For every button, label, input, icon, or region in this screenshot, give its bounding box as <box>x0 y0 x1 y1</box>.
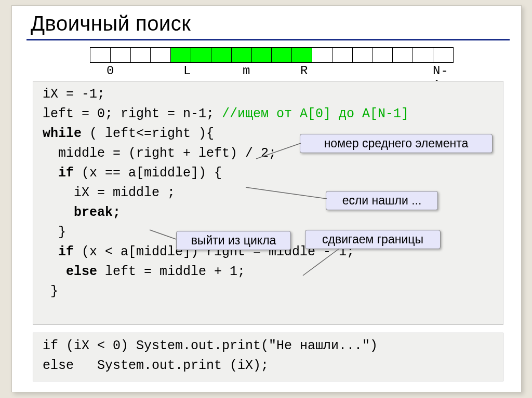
array-cell <box>170 47 191 63</box>
code-line: else System.out.print (iX); <box>43 356 494 376</box>
array-cell <box>332 47 352 63</box>
array-cell <box>352 47 373 63</box>
array-cell <box>90 47 110 63</box>
array-cell <box>211 47 231 63</box>
code-line: iX = -1; <box>43 85 494 104</box>
array-cell <box>433 47 454 63</box>
array-cell <box>110 47 130 63</box>
array-cell <box>130 47 151 63</box>
code-line: if (x == a[middle]) { <box>43 163 494 183</box>
code-block-output: if (iX < 0) System.out.print("Не нашли..… <box>33 333 503 381</box>
array-cell <box>413 47 433 63</box>
label-L: L <box>183 64 191 78</box>
array-cell <box>373 47 393 63</box>
slide-title: Двоичный поиск <box>31 12 191 35</box>
array-diagram <box>90 47 454 63</box>
array-cell <box>392 47 413 63</box>
title-underline <box>26 39 510 40</box>
callout-found: если нашли ... <box>326 191 438 210</box>
array-cell <box>291 47 312 63</box>
callout-shift-bounds: сдвигаем границы <box>305 230 441 249</box>
array-cell <box>271 47 291 63</box>
label-zero: 0 <box>107 64 114 78</box>
code-line: left = 0; right = n-1; //ищем от A[0] до… <box>43 104 494 124</box>
code-line: } <box>43 282 494 301</box>
array-labels: 0 L m R N-1 <box>90 64 454 78</box>
callout-middle-index: номер среднего элемента <box>300 134 493 153</box>
label-m: m <box>243 64 250 78</box>
code-line: else left = middle + 1; <box>43 262 494 282</box>
array-cell <box>312 47 332 63</box>
code-line: if (iX < 0) System.out.print("Не нашли..… <box>43 336 494 356</box>
array-cell <box>191 47 211 63</box>
label-R: R <box>300 64 308 78</box>
slide: Двоичный поиск 0 L m R N-1 iX = -1; left… <box>11 5 522 392</box>
array-cell <box>251 47 272 63</box>
callout-break: выйти из цикла <box>176 231 291 250</box>
array-cell <box>150 47 170 63</box>
array-cell <box>231 47 251 63</box>
